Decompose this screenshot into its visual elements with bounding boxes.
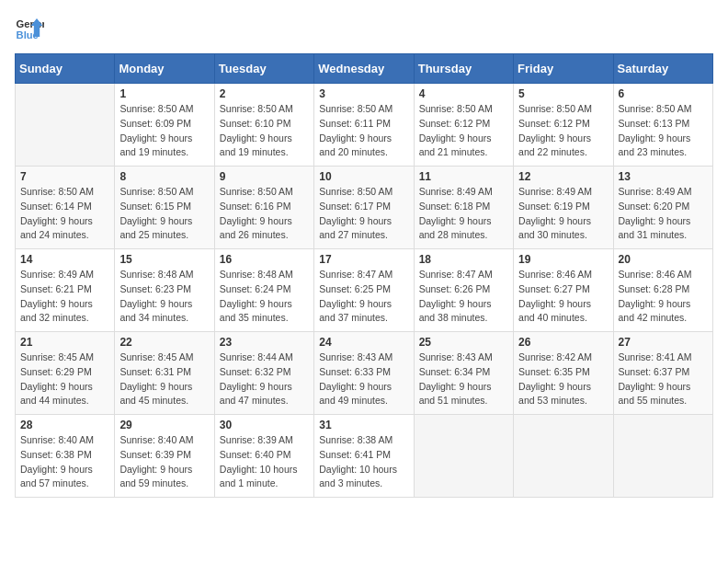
- day-info: Sunrise: 8:50 AMSunset: 6:14 PMDaylight:…: [20, 185, 109, 243]
- day-cell: 11Sunrise: 8:49 AMSunset: 6:18 PMDayligh…: [414, 167, 513, 249]
- day-number: 1: [119, 87, 209, 100]
- day-info: Sunrise: 8:49 AMSunset: 6:18 PMDaylight:…: [419, 185, 508, 243]
- day-cell: 10Sunrise: 8:50 AMSunset: 6:17 PMDayligh…: [314, 167, 414, 249]
- day-cell: 21Sunrise: 8:45 AMSunset: 6:29 PMDayligh…: [16, 332, 115, 415]
- day-number: 29: [119, 419, 209, 431]
- day-info: Sunrise: 8:48 AMSunset: 6:24 PMDaylight:…: [220, 268, 309, 326]
- day-info: Sunrise: 8:50 AMSunset: 6:11 PMDaylight:…: [319, 102, 408, 160]
- header: General Blue: [15, 15, 713, 44]
- day-info: Sunrise: 8:50 AMSunset: 6:13 PMDaylight:…: [619, 102, 708, 160]
- day-number: 23: [220, 336, 309, 349]
- header-cell-wednesday: Wednesday: [314, 54, 414, 84]
- day-info: Sunrise: 8:49 AMSunset: 6:20 PMDaylight:…: [619, 185, 708, 243]
- header-cell-friday: Friday: [514, 54, 613, 84]
- day-cell: 13Sunrise: 8:49 AMSunset: 6:20 PMDayligh…: [613, 167, 712, 249]
- day-cell: 12Sunrise: 8:49 AMSunset: 6:19 PMDayligh…: [514, 167, 613, 249]
- day-info: Sunrise: 8:42 AMSunset: 6:35 PMDaylight:…: [518, 350, 608, 408]
- day-info: Sunrise: 8:41 AMSunset: 6:37 PMDaylight:…: [619, 350, 708, 408]
- day-cell: 27Sunrise: 8:41 AMSunset: 6:37 PMDayligh…: [613, 332, 712, 415]
- day-info: Sunrise: 8:47 AMSunset: 6:25 PMDaylight:…: [319, 268, 408, 326]
- day-info: Sunrise: 8:50 AMSunset: 6:12 PMDaylight:…: [419, 102, 508, 160]
- day-number: 19: [518, 253, 608, 266]
- week-row-2: 7Sunrise: 8:50 AMSunset: 6:14 PMDaylight…: [16, 167, 713, 249]
- day-number: 11: [419, 170, 508, 183]
- day-cell: [514, 415, 613, 498]
- day-cell: 26Sunrise: 8:42 AMSunset: 6:35 PMDayligh…: [514, 332, 613, 415]
- day-cell: 1Sunrise: 8:50 AMSunset: 6:09 PMDaylight…: [115, 84, 214, 167]
- day-number: 8: [119, 170, 209, 183]
- day-info: Sunrise: 8:50 AMSunset: 6:10 PMDaylight:…: [220, 102, 309, 160]
- day-number: 20: [619, 253, 708, 266]
- day-number: 16: [220, 253, 309, 266]
- header-cell-saturday: Saturday: [613, 54, 712, 84]
- day-cell: 19Sunrise: 8:46 AMSunset: 6:27 PMDayligh…: [514, 249, 613, 332]
- day-cell: 22Sunrise: 8:45 AMSunset: 6:31 PMDayligh…: [115, 332, 214, 415]
- day-number: 14: [20, 253, 109, 266]
- day-info: Sunrise: 8:46 AMSunset: 6:27 PMDaylight:…: [518, 268, 608, 326]
- day-cell: 9Sunrise: 8:50 AMSunset: 6:16 PMDaylight…: [214, 167, 313, 249]
- day-cell: 24Sunrise: 8:43 AMSunset: 6:33 PMDayligh…: [314, 332, 414, 415]
- day-cell: [613, 415, 712, 498]
- day-info: Sunrise: 8:50 AMSunset: 6:15 PMDaylight:…: [119, 185, 209, 243]
- day-info: Sunrise: 8:46 AMSunset: 6:28 PMDaylight:…: [619, 268, 708, 326]
- day-cell: 31Sunrise: 8:38 AMSunset: 6:41 PMDayligh…: [314, 415, 414, 498]
- day-cell: 15Sunrise: 8:48 AMSunset: 6:23 PMDayligh…: [115, 249, 214, 332]
- day-info: Sunrise: 8:49 AMSunset: 6:19 PMDaylight:…: [518, 185, 608, 243]
- logo-icon: General Blue: [15, 15, 44, 44]
- day-info: Sunrise: 8:50 AMSunset: 6:12 PMDaylight:…: [518, 102, 608, 160]
- day-number: 28: [20, 419, 109, 431]
- header-cell-monday: Monday: [115, 54, 214, 84]
- logo: General Blue: [15, 15, 44, 44]
- day-number: 13: [619, 170, 708, 183]
- day-cell: 18Sunrise: 8:47 AMSunset: 6:26 PMDayligh…: [414, 249, 513, 332]
- day-number: 26: [518, 336, 608, 349]
- day-cell: [16, 84, 115, 167]
- day-info: Sunrise: 8:38 AMSunset: 6:41 PMDaylight:…: [319, 433, 408, 491]
- week-row-1: 1Sunrise: 8:50 AMSunset: 6:09 PMDaylight…: [16, 84, 713, 167]
- day-number: 4: [419, 87, 508, 100]
- day-number: 24: [319, 336, 408, 349]
- day-cell: 28Sunrise: 8:40 AMSunset: 6:38 PMDayligh…: [16, 415, 115, 498]
- day-cell: 20Sunrise: 8:46 AMSunset: 6:28 PMDayligh…: [613, 249, 712, 332]
- day-cell: 5Sunrise: 8:50 AMSunset: 6:12 PMDaylight…: [514, 84, 613, 167]
- day-cell: 23Sunrise: 8:44 AMSunset: 6:32 PMDayligh…: [214, 332, 313, 415]
- day-cell: 14Sunrise: 8:49 AMSunset: 6:21 PMDayligh…: [16, 249, 115, 332]
- day-info: Sunrise: 8:44 AMSunset: 6:32 PMDaylight:…: [220, 350, 309, 408]
- day-info: Sunrise: 8:40 AMSunset: 6:38 PMDaylight:…: [20, 433, 109, 491]
- week-row-5: 28Sunrise: 8:40 AMSunset: 6:38 PMDayligh…: [16, 415, 713, 498]
- day-number: 27: [619, 336, 708, 349]
- day-number: 22: [119, 336, 209, 349]
- day-info: Sunrise: 8:47 AMSunset: 6:26 PMDaylight:…: [419, 268, 508, 326]
- day-cell: 7Sunrise: 8:50 AMSunset: 6:14 PMDaylight…: [16, 167, 115, 249]
- day-number: 25: [419, 336, 508, 349]
- day-number: 9: [220, 170, 309, 183]
- day-info: Sunrise: 8:50 AMSunset: 6:16 PMDaylight:…: [220, 185, 309, 243]
- day-number: 12: [518, 170, 608, 183]
- day-cell: 4Sunrise: 8:50 AMSunset: 6:12 PMDaylight…: [414, 84, 513, 167]
- day-info: Sunrise: 8:48 AMSunset: 6:23 PMDaylight:…: [119, 268, 209, 326]
- week-row-4: 21Sunrise: 8:45 AMSunset: 6:29 PMDayligh…: [16, 332, 713, 415]
- day-info: Sunrise: 8:39 AMSunset: 6:40 PMDaylight:…: [220, 433, 309, 491]
- day-number: 2: [220, 87, 309, 100]
- header-row: SundayMondayTuesdayWednesdayThursdayFrid…: [16, 54, 713, 84]
- day-cell: 25Sunrise: 8:43 AMSunset: 6:34 PMDayligh…: [414, 332, 513, 415]
- day-cell: 2Sunrise: 8:50 AMSunset: 6:10 PMDaylight…: [214, 84, 313, 167]
- week-row-3: 14Sunrise: 8:49 AMSunset: 6:21 PMDayligh…: [16, 249, 713, 332]
- day-number: 5: [518, 87, 608, 100]
- day-cell: [414, 415, 513, 498]
- day-number: 10: [319, 170, 408, 183]
- day-number: 30: [220, 419, 309, 431]
- day-cell: 30Sunrise: 8:39 AMSunset: 6:40 PMDayligh…: [214, 415, 313, 498]
- day-info: Sunrise: 8:45 AMSunset: 6:29 PMDaylight:…: [20, 350, 109, 408]
- day-cell: 8Sunrise: 8:50 AMSunset: 6:15 PMDaylight…: [115, 167, 214, 249]
- day-number: 17: [319, 253, 408, 266]
- day-number: 6: [619, 87, 708, 100]
- day-number: 31: [319, 419, 408, 431]
- day-number: 18: [419, 253, 508, 266]
- header-cell-tuesday: Tuesday: [214, 54, 313, 84]
- header-cell-sunday: Sunday: [16, 54, 115, 84]
- day-info: Sunrise: 8:43 AMSunset: 6:34 PMDaylight:…: [419, 350, 508, 408]
- day-cell: 17Sunrise: 8:47 AMSunset: 6:25 PMDayligh…: [314, 249, 414, 332]
- day-info: Sunrise: 8:50 AMSunset: 6:09 PMDaylight:…: [119, 102, 209, 160]
- day-cell: 29Sunrise: 8:40 AMSunset: 6:39 PMDayligh…: [115, 415, 214, 498]
